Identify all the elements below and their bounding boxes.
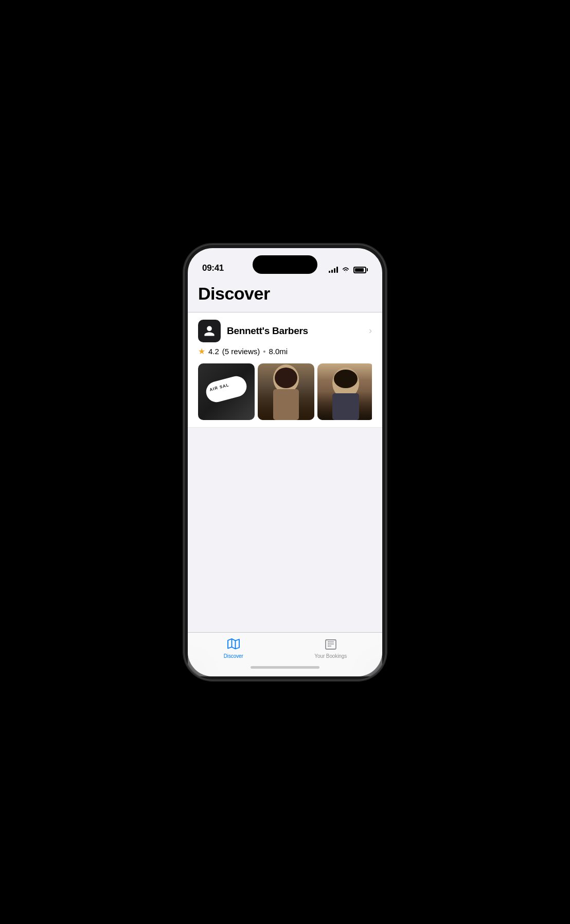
bookings-icon	[324, 637, 338, 651]
meta-separator: •	[263, 347, 265, 356]
home-indicator	[188, 659, 382, 676]
star-icon: ★	[198, 346, 205, 356]
page-title: Discover	[198, 284, 372, 304]
page-header: Discover	[188, 278, 382, 312]
svg-rect-17	[326, 640, 336, 649]
signal-icon	[329, 267, 338, 273]
tab-bookings[interactable]: Your Bookings	[304, 637, 357, 659]
tab-bar-items: Discover	[188, 637, 382, 659]
business-card[interactable]: Bennett's Barbers › ★ 4.2 (5 reviews) • …	[188, 312, 382, 428]
main-content: Discover Bennett's Barbers	[188, 278, 382, 632]
distance: 8.0mi	[269, 347, 288, 356]
empty-content-area	[188, 428, 382, 632]
wifi-icon	[342, 267, 350, 273]
svg-rect-1	[273, 389, 299, 420]
home-bar	[251, 666, 319, 669]
tab-discover[interactable]: Discover	[213, 637, 254, 659]
chevron-right-icon: ›	[369, 325, 372, 336]
tab-discover-label: Discover	[224, 653, 243, 659]
svg-rect-4	[332, 393, 359, 420]
svg-point-22	[328, 641, 329, 642]
svg-point-24	[328, 646, 329, 647]
tab-bar: Discover	[188, 632, 382, 676]
phone-frame: 09:41	[185, 245, 385, 679]
avatar	[198, 320, 221, 342]
photo-item-2[interactable]	[258, 363, 314, 420]
status-time: 09:41	[202, 263, 224, 273]
svg-point-5	[334, 370, 358, 388]
business-header: Bennett's Barbers ›	[198, 320, 372, 342]
dynamic-island	[253, 255, 317, 274]
svg-point-23	[328, 643, 329, 644]
tab-bookings-label: Your Bookings	[314, 653, 347, 659]
business-info: Bennett's Barbers	[198, 320, 308, 342]
business-name: Bennett's Barbers	[227, 325, 308, 337]
person-icon	[203, 325, 216, 337]
phone-screen: 09:41	[188, 248, 382, 676]
photo-item-3[interactable]	[317, 363, 372, 420]
business-meta: ★ 4.2 (5 reviews) • 8.0mi	[198, 346, 372, 356]
map-icon	[226, 637, 241, 651]
rating: 4.2	[208, 347, 219, 356]
photo-strip[interactable]: EMP BARBERS	[198, 363, 372, 420]
reviews-count: (5 reviews)	[222, 347, 260, 356]
svg-point-2	[275, 368, 297, 388]
content-area: Bennett's Barbers › ★ 4.2 (5 reviews) • …	[188, 312, 382, 428]
status-icons	[329, 267, 368, 273]
photo-item-1[interactable]	[198, 363, 255, 420]
battery-icon	[353, 267, 368, 273]
